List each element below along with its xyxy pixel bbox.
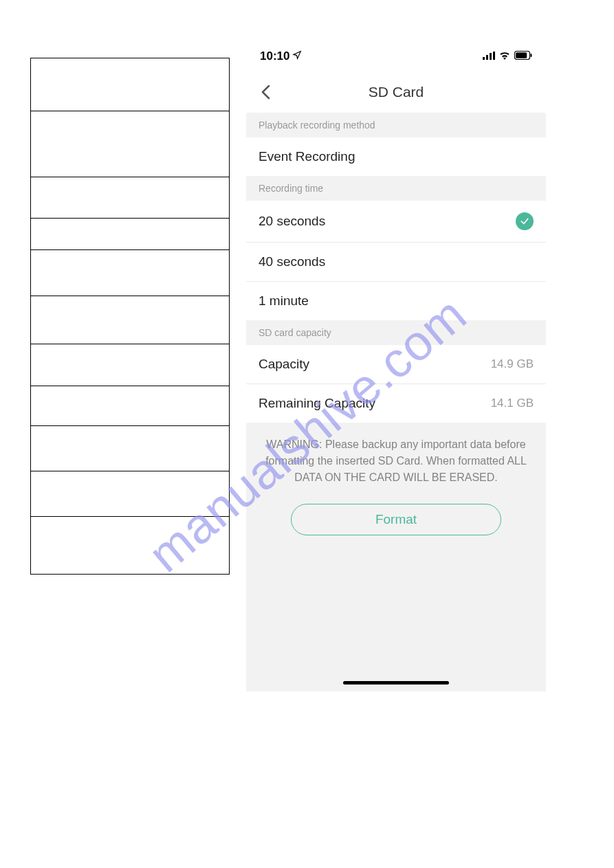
option-label: 1 minute — [259, 293, 309, 309]
svg-rect-5 — [516, 52, 527, 58]
empty-table — [30, 58, 230, 575]
table-row — [31, 219, 229, 250]
check-icon — [516, 212, 534, 230]
svg-rect-1 — [486, 55, 488, 60]
status-bar: 10:10 — [246, 41, 546, 71]
home-indicator[interactable] — [343, 681, 449, 685]
remaining-value: 14.1 GB — [491, 397, 534, 410]
recording-time-option[interactable]: 40 seconds — [246, 243, 546, 282]
page-title: SD Card — [246, 84, 546, 100]
table-row — [31, 386, 229, 426]
phone-screen: 10:10 — [246, 41, 546, 691]
clock: 10:10 — [260, 49, 289, 63]
remaining-label: Remaining Capacity — [259, 396, 375, 411]
table-row — [31, 111, 229, 177]
option-label: 40 seconds — [259, 254, 325, 269]
section-header-capacity: SD card capacity — [246, 320, 546, 345]
wifi-icon — [499, 49, 510, 63]
svg-rect-2 — [490, 53, 492, 60]
table-row — [31, 471, 229, 517]
recording-time-option[interactable]: 20 seconds — [246, 201, 546, 243]
signal-icon — [483, 49, 495, 63]
capacity-value: 14.9 GB — [491, 357, 534, 371]
table-row — [31, 250, 229, 296]
playback-method-row[interactable]: Event Recording — [246, 137, 546, 176]
svg-rect-6 — [531, 54, 532, 57]
option-label: 20 seconds — [259, 214, 325, 229]
capacity-label: Capacity — [259, 357, 309, 372]
table-row — [31, 344, 229, 386]
table-row — [31, 296, 229, 344]
svg-rect-0 — [483, 57, 485, 60]
svg-rect-3 — [493, 52, 495, 60]
format-button[interactable]: Format — [291, 504, 501, 535]
nav-header: SD Card — [246, 71, 546, 113]
warning-text: WARNING: Please backup any important dat… — [263, 436, 529, 486]
warning-section: WARNING: Please backup any important dat… — [246, 423, 546, 553]
section-header-playback: Playback recording method — [246, 113, 546, 137]
playback-method-value: Event Recording — [259, 149, 355, 164]
back-button[interactable] — [257, 84, 274, 100]
table-row — [31, 58, 229, 111]
remaining-capacity-row: Remaining Capacity 14.1 GB — [246, 384, 546, 423]
section-header-recording-time: Recording time — [246, 176, 546, 201]
table-row — [31, 517, 229, 575]
table-row — [31, 177, 229, 219]
recording-time-option[interactable]: 1 minute — [246, 282, 546, 320]
location-icon — [292, 49, 302, 63]
battery-icon — [514, 49, 532, 63]
capacity-row: Capacity 14.9 GB — [246, 345, 546, 384]
table-row — [31, 426, 229, 471]
